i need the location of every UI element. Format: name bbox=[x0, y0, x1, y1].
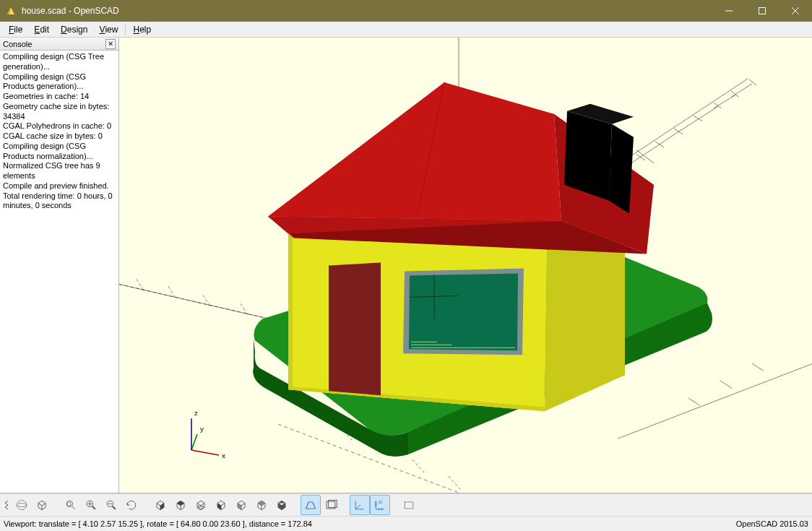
view-front-icon[interactable] bbox=[231, 495, 251, 515]
svg-line-56 bbox=[113, 506, 116, 509]
zoom-in-icon[interactable] bbox=[81, 495, 101, 515]
svg-text:z: z bbox=[194, 409, 198, 417]
console-line: Compiling design (CSG Tree generation)..… bbox=[3, 52, 116, 72]
console-line: Total rendering time: 0 hours, 0 minutes… bbox=[3, 191, 116, 212]
console-line: Normalized CSG tree has 9 elements bbox=[3, 161, 116, 181]
maximize-button[interactable] bbox=[746, 0, 779, 22]
render-icon[interactable] bbox=[32, 495, 52, 515]
console-line: Compile and preview finished. bbox=[3, 181, 116, 191]
svg-text:y: y bbox=[200, 425, 204, 433]
zoom-out-icon[interactable] bbox=[101, 495, 121, 515]
app-icon bbox=[5, 5, 17, 17]
console-line: Compiling design (CSG Products generatio… bbox=[3, 72, 116, 92]
svg-line-64 bbox=[355, 505, 360, 509]
status-viewport-info: Viewport: translate = [ 4.10 2.57 15.25 … bbox=[4, 519, 736, 528]
console-panel: Console ✕ Compiling design (CSG Tree gen… bbox=[0, 38, 119, 493]
content-area: Console ✕ Compiling design (CSG Tree gen… bbox=[0, 38, 812, 493]
console-body: Compiling design (CSG Tree generation)..… bbox=[0, 51, 118, 493]
view-back-icon[interactable] bbox=[251, 495, 272, 515]
reset-view-icon[interactable] bbox=[121, 495, 142, 515]
console-line: Geometry cache size in bytes: 34384 bbox=[3, 102, 116, 122]
menu-edit[interactable]: Edit bbox=[28, 22, 55, 37]
svg-point-47 bbox=[17, 500, 26, 509]
view-left-icon[interactable] bbox=[211, 495, 231, 515]
svg-line-59 bbox=[313, 502, 316, 509]
console-header: Console ✕ bbox=[0, 38, 118, 51]
svg-text:10: 10 bbox=[379, 500, 383, 504]
view-bottom-icon[interactable] bbox=[191, 495, 211, 515]
menubar: File Edit Design View Help bbox=[0, 22, 812, 38]
titlebar: house.scad - OpenSCAD bbox=[0, 0, 812, 22]
console-line: Geometries in cache: 14 bbox=[3, 92, 116, 102]
console-title: Console bbox=[3, 40, 105, 48]
menu-file[interactable]: File bbox=[3, 22, 28, 37]
svg-line-50 bbox=[72, 506, 75, 509]
menu-design[interactable]: Design bbox=[55, 22, 93, 37]
menu-separator bbox=[125, 24, 126, 35]
svg-rect-72 bbox=[405, 502, 413, 509]
viewport-3d[interactable]: x y z bbox=[119, 38, 812, 493]
console-line: CGAL cache size in bytes: 0 bbox=[3, 131, 116, 142]
view-toolbar: 10 bbox=[0, 493, 812, 517]
menu-help[interactable]: Help bbox=[127, 22, 157, 37]
status-version: OpenSCAD 2015.03 bbox=[736, 519, 808, 528]
svg-point-48 bbox=[17, 504, 26, 507]
console-close-button[interactable]: ✕ bbox=[105, 39, 116, 49]
svg-text:x: x bbox=[222, 452, 225, 459]
close-button[interactable] bbox=[779, 0, 812, 22]
svg-line-58 bbox=[306, 502, 308, 509]
minimize-button[interactable] bbox=[712, 0, 746, 22]
view-diagonal-icon[interactable] bbox=[272, 495, 292, 515]
toolbar-overflow-left[interactable] bbox=[1, 499, 12, 511]
statusbar: Viewport: translate = [ 4.10 2.57 15.25 … bbox=[0, 517, 812, 531]
window-title: house.scad - OpenSCAD bbox=[22, 6, 712, 16]
view-top-icon[interactable] bbox=[170, 495, 191, 515]
perspective-icon[interactable] bbox=[301, 495, 321, 515]
orthogonal-icon[interactable] bbox=[321, 495, 341, 515]
menu-view[interactable]: View bbox=[93, 22, 124, 37]
svg-rect-3 bbox=[759, 8, 766, 14]
svg-line-52 bbox=[92, 506, 95, 509]
view-right-icon[interactable] bbox=[150, 495, 170, 515]
view-all-icon[interactable] bbox=[61, 495, 81, 515]
preview-icon[interactable] bbox=[12, 495, 32, 515]
axes-icon[interactable] bbox=[350, 495, 370, 515]
console-line: CGAL Polyhedrons in cache: 0 bbox=[3, 121, 116, 131]
show-edges-icon[interactable] bbox=[399, 495, 419, 515]
console-line: Compiling design (CSG Products normaliza… bbox=[3, 142, 116, 162]
scalemarkers-icon[interactable]: 10 bbox=[370, 495, 390, 515]
